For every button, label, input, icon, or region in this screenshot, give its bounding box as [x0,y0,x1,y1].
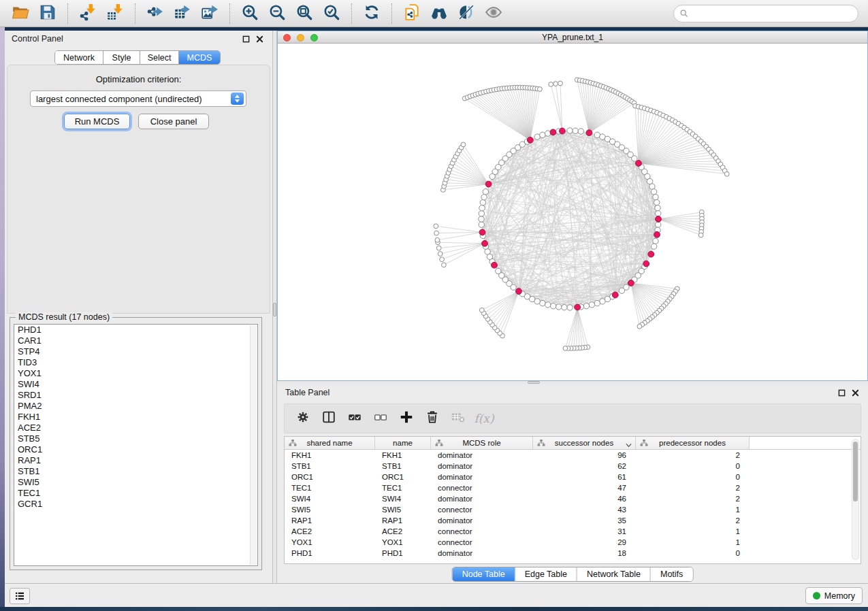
cell-predecessor-nodes: 0 [636,472,750,482]
close-icon[interactable] [850,388,860,397]
mcds-result-item[interactable]: PHD1 [14,325,257,335]
mcds-result-item[interactable]: TEC1 [14,488,257,499]
select-all-icon [347,410,362,427]
table-row[interactable]: ACE2ACE2connector311 [285,526,861,537]
table-row[interactable]: TEC1TEC1connector472 [285,482,861,493]
tab-mcds[interactable]: MCDS [179,51,220,64]
splitter-handle[interactable] [273,303,276,316]
table-row[interactable]: FKH1FKH1dominator962 [285,450,861,461]
panel-menu-button[interactable] [10,588,30,604]
table-row[interactable]: PHD1PHD1dominator180 [285,548,861,559]
mcds-result-item[interactable]: YOX1 [14,368,257,379]
refresh-icon [363,3,381,24]
mcds-result-item[interactable]: STP4 [14,346,257,357]
cell-predecessor-nodes: 0 [636,461,750,472]
export-network-button[interactable] [145,3,165,24]
table-row[interactable]: YOX1YOX1connector291 [285,537,861,548]
tab-edge-table[interactable]: Edge Table [515,567,577,581]
mcds-result-item[interactable]: SWI4 [14,379,257,390]
gear-button[interactable] [293,408,313,429]
tab-network-table[interactable]: Network Table [577,567,651,581]
mcds-result-item[interactable]: ACE2 [14,423,257,433]
tab-select[interactable]: Select [140,51,179,64]
mcds-result-item[interactable]: TID3 [14,357,257,368]
import-table-button[interactable] [105,3,125,24]
mcds-result-item[interactable]: PMA2 [14,401,257,412]
import-network-button[interactable] [78,3,98,24]
open-button[interactable] [10,3,31,24]
eye-button[interactable] [483,3,504,24]
mcds-result-item[interactable]: SRD1 [14,390,257,401]
column-header-successor-nodes[interactable]: successor nodes [533,437,636,449]
zoom-selected-button[interactable] [321,3,342,24]
table-body: FKH1FKH1dominator962STB1STB1dominator620… [285,450,861,559]
dropdown-stepper-icon [231,93,244,105]
tab-motifs[interactable]: Motifs [651,567,692,581]
memory-button[interactable]: Memory [805,587,863,604]
find-button[interactable] [429,3,449,24]
network-graph[interactable] [278,44,867,380]
mcds-result-item[interactable]: FKH1 [14,412,257,423]
tab-node-table[interactable]: Node Table [453,567,515,581]
tab-network[interactable]: Network [55,51,103,64]
mcds-result-item[interactable]: SWI5 [14,477,257,488]
mcds-result-item[interactable]: CAR1 [14,335,257,346]
select-all-button[interactable] [344,408,365,429]
table-row[interactable]: RAP1RAP1dominator352 [285,515,861,526]
table-row[interactable]: SWI5SWI5connector431 [285,504,861,515]
splitter-handle[interactable] [528,381,540,384]
delete-table-icon [451,410,466,427]
float-window-icon[interactable] [837,388,846,397]
mcds-result-item[interactable]: STB5 [14,433,257,444]
zoom-in-button[interactable] [240,3,260,24]
search-input[interactable] [692,9,852,19]
mcds-result-item[interactable]: RAP1 [14,455,257,466]
network-canvas[interactable] [278,44,867,380]
clone-network-button[interactable] [402,3,422,24]
table-row[interactable]: STB1STB1dominator620 [285,461,861,472]
refresh-button[interactable] [361,3,382,24]
export-table-button[interactable] [172,3,193,24]
cell-predecessor-nodes: 0 [636,548,750,559]
control-panel-tabs: NetworkStyleSelectMCDS [54,50,221,65]
mcds-result-item[interactable]: ORC1 [14,444,257,455]
tab-style[interactable]: Style [103,51,140,64]
save-button[interactable] [37,3,58,24]
mcds-result-list[interactable]: PHD1CAR1STP4TID3YOX1SWI4SRD1PMA2FKH1ACE2… [14,324,258,566]
status-bar: Memory [5,583,868,607]
export-image-button[interactable] [199,3,220,24]
scrollbar-thumb[interactable] [853,442,858,501]
column-header-name[interactable]: name [375,437,431,449]
column-label: predecessor nodes [659,439,726,447]
control-panel: Control Panel NetworkStyleSelectMCDS Opt… [5,31,272,583]
mcds-list-scrollbar[interactable] [250,325,257,565]
mcds-result-item[interactable]: STB1 [14,466,257,477]
columns-button[interactable] [319,408,339,429]
table-row[interactable]: SWI4SWI4dominator462 [285,493,861,504]
toolbar-separator [229,3,230,24]
cell-shared-name: RAP1 [285,515,375,526]
cell-successor-nodes: 43 [533,504,636,515]
column-header-shared-name[interactable]: shared name [285,437,375,449]
close-panel-button[interactable]: Close panel [138,114,209,129]
search-box[interactable] [673,5,858,22]
delete-button[interactable] [422,408,443,429]
zoom-out-button[interactable] [267,3,287,24]
mcds-result-item[interactable]: GCR1 [14,499,257,510]
close-icon[interactable] [255,34,264,44]
add-button[interactable] [396,408,417,429]
column-header-predecessor-nodes[interactable]: predecessor nodes [636,437,750,449]
graphics-details-button[interactable] [456,3,477,24]
table-row[interactable]: ORC1ORC1dominator610 [285,472,861,482]
attribute-type-icon [537,439,545,447]
vertical-splitter[interactable] [272,31,277,583]
function-button: f(x) [474,408,494,429]
deselect-all-button[interactable] [370,408,391,429]
table-tabs: Node TableEdge TableNetwork TableMotifs [452,567,694,582]
run-mcds-button[interactable]: Run MCDS [64,114,130,129]
zoom-fit-button[interactable] [294,3,315,24]
float-window-icon[interactable] [241,34,251,44]
table-scrollbar[interactable] [852,439,859,560]
column-header-MCDS-role[interactable]: MCDS role [431,437,533,449]
criterion-dropdown[interactable]: largest connected component (undirected) [30,90,246,107]
